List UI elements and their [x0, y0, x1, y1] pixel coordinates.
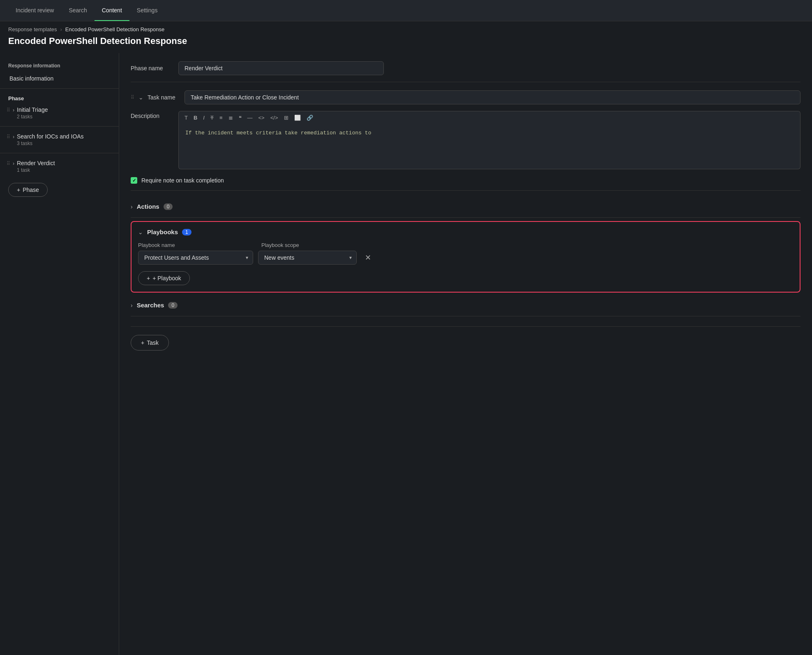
add-phase-label: Phase [23, 187, 39, 193]
actions-chevron-icon: › [131, 203, 133, 210]
editor-toolbar: T B I T ≡ ≣ ❝ — <> </> ⊞ ⬜ 🔗 [178, 111, 800, 124]
drag-handle-icon-2: ⠿ [7, 134, 10, 140]
toolbar-ul-btn[interactable]: ≡ [218, 114, 224, 122]
tab-content[interactable]: Content [95, 0, 129, 21]
playbook-name-select-wrapper: Protect Users and Assets Contain Threat … [138, 251, 253, 265]
breadcrumb-current: Encoded PowerShell Detection Response [65, 26, 164, 32]
phase-name-input[interactable] [178, 61, 384, 75]
breadcrumb: Response templates › Encoded PowerShell … [0, 21, 812, 34]
top-nav: Incident review Search Content Settings [0, 0, 812, 21]
phase-tasks-3: 1 task [17, 167, 112, 173]
playbooks-header[interactable]: ⌄ Playbooks 1 [138, 228, 793, 235]
plus-icon-playbook: + [147, 275, 150, 281]
sidebar-basic-info[interactable]: Basic information [0, 72, 119, 85]
searches-section: › Searches 0 [131, 298, 800, 316]
toolbar-codeblock-btn[interactable]: </> [269, 114, 280, 122]
toolbar-bold-btn[interactable]: B [192, 114, 199, 122]
description-label: Description [131, 111, 172, 171]
breadcrumb-separator: › [60, 26, 62, 32]
playbook-scope-select[interactable]: New events All events Existing events [258, 251, 357, 265]
sidebar: Response information Basic information P… [0, 53, 119, 655]
playbook-scope-col-label: Playbook scope [261, 242, 360, 248]
phase-section-label: Phase [0, 92, 119, 103]
drag-handle-icon: ⠿ [7, 107, 10, 113]
toolbar-strikethrough-btn[interactable]: T [209, 114, 215, 122]
task-name-input[interactable] [185, 90, 800, 104]
toolbar-image-btn[interactable]: ⬜ [293, 114, 302, 122]
playbook-name-select[interactable]: Protect Users and Assets Contain Threat … [138, 251, 253, 265]
sidebar-divider [0, 88, 119, 89]
description-editor: T B I T ≡ ≣ ❝ — <> </> ⊞ ⬜ 🔗 If th [178, 111, 800, 171]
task-header: ⠿ ⌄ Task name [131, 90, 800, 104]
actions-count-badge: 0 [164, 203, 173, 210]
tab-incident-review[interactable]: Incident review [8, 0, 61, 21]
sidebar-divider-2 [0, 126, 119, 127]
phase-info: Initial Triage 2 tasks [17, 106, 112, 120]
add-task-button[interactable]: + Task [131, 335, 169, 351]
phase-item-search-iocs[interactable]: ⠿ › Search for IOCs and IOAs 3 tasks [0, 130, 119, 150]
actions-title: Actions [137, 203, 159, 210]
task-section: ⠿ ⌄ Task name Description T B I T ≡ ≣ ❝ [131, 90, 800, 327]
searches-chevron-icon: › [131, 302, 133, 309]
checkmark-icon: ✓ [132, 178, 136, 183]
playbooks-section: ⌄ Playbooks 1 Playbook name Playbook sco… [131, 221, 800, 293]
playbooks-title: Playbooks [147, 228, 178, 235]
phase-tasks-2: 3 tasks [17, 141, 112, 146]
toolbar-quote-btn[interactable]: ❝ [237, 114, 243, 122]
task-name-label: Task name [148, 94, 180, 101]
toolbar-text-btn[interactable]: T [183, 114, 189, 122]
phase-info-2: Search for IOCs and IOAs 3 tasks [17, 133, 112, 146]
breadcrumb-parent[interactable]: Response templates [8, 26, 57, 32]
page-title: Encoded PowerShell Detection Response [0, 34, 812, 53]
drag-handle-icon-3: ⠿ [7, 161, 10, 166]
phase-tasks: 2 tasks [17, 114, 112, 120]
playbook-scope-select-wrapper: New events All events Existing events ▾ [258, 251, 357, 265]
phase-item-initial-triage[interactable]: ⠿ › Initial Triage 2 tasks [0, 103, 119, 123]
phase-name-label: Phase name [131, 65, 172, 71]
phase-name-row: Phase name [131, 61, 800, 82]
playbook-inputs: Protect Users and Assets Contain Threat … [138, 251, 793, 265]
actions-header[interactable]: › Actions 0 [131, 199, 800, 214]
main-layout: Response information Basic information P… [0, 53, 812, 655]
description-row: Description T B I T ≡ ≣ ❝ — <> </> ⊞ [131, 111, 800, 171]
remove-playbook-button[interactable]: ✕ [362, 251, 374, 264]
searches-header[interactable]: › Searches 0 [131, 298, 800, 313]
toolbar-code-btn[interactable]: <> [257, 114, 266, 122]
tab-search[interactable]: Search [61, 0, 94, 21]
phase-name-3: Render Verdict [17, 160, 112, 166]
phase-item-render-verdict[interactable]: ⠿ › Render Verdict 1 task [0, 157, 119, 176]
toolbar-hr-btn[interactable]: — [246, 114, 254, 122]
playbook-row: Playbook name Playbook scope Protect Use… [138, 242, 793, 265]
content-area: Phase name ⠿ ⌄ Task name Description T B… [119, 53, 812, 655]
add-playbook-button[interactable]: + + Playbook [138, 271, 190, 285]
toolbar-italic-btn[interactable]: I [201, 114, 206, 122]
toolbar-table-btn[interactable]: ⊞ [282, 114, 290, 122]
add-task-label: Task [147, 339, 159, 346]
chevron-right-icon-2[interactable]: › [13, 134, 14, 140]
sidebar-divider-3 [0, 153, 119, 153]
chevron-right-icon-3[interactable]: › [13, 161, 14, 166]
actions-section: › Actions 0 [131, 199, 800, 218]
phase-info-3: Render Verdict 1 task [17, 160, 112, 173]
playbooks-count-badge: 1 [182, 229, 191, 235]
tab-settings[interactable]: Settings [129, 0, 165, 21]
add-phase-button[interactable]: + Phase [8, 183, 48, 197]
playbook-name-col-label: Playbook name [138, 242, 253, 248]
plus-icon: + [17, 187, 20, 193]
add-playbook-label: + Playbook [152, 275, 181, 281]
require-note-label: Require note on task completion [141, 177, 224, 184]
require-note-checkbox[interactable]: ✓ [131, 177, 137, 184]
chevron-right-icon[interactable]: › [13, 107, 14, 113]
task-chevron-icon[interactable]: ⌄ [138, 94, 143, 101]
toolbar-link-btn[interactable]: 🔗 [305, 114, 315, 122]
toolbar-ol-btn[interactable]: ≣ [227, 114, 235, 122]
phase-name: Initial Triage [17, 106, 112, 113]
response-info-label: Response information [0, 60, 119, 72]
searches-count-badge: 0 [168, 302, 178, 309]
plus-icon-task: + [141, 339, 144, 346]
playbook-labels: Playbook name Playbook scope [138, 242, 793, 248]
searches-title: Searches [137, 302, 164, 309]
phase-name-2: Search for IOCs and IOAs [17, 133, 112, 140]
task-drag-handle-icon: ⠿ [131, 95, 134, 100]
description-textarea[interactable]: If the incident meets criteria take reme… [178, 124, 800, 169]
